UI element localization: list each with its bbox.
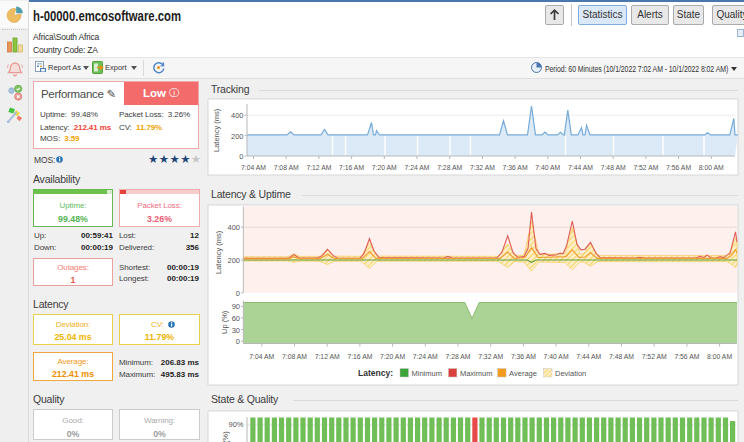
svg-text:7:36 AM: 7:36 AM [511, 352, 536, 361]
svg-text:7:16 AM: 7:16 AM [339, 163, 364, 172]
svg-text:0: 0 [236, 289, 240, 298]
svg-text:7:12 AM: 7:12 AM [306, 163, 331, 172]
svg-text:8:00 AM: 8:00 AM [699, 163, 724, 172]
svg-text:Up (%): Up (%) [220, 310, 229, 334]
svg-text:Maximum: Maximum [460, 369, 493, 378]
svg-text:7:08 AM: 7:08 AM [282, 352, 307, 361]
svg-text:7:40 AM: 7:40 AM [535, 163, 560, 172]
svg-text:7:48 AM: 7:48 AM [601, 163, 626, 172]
svg-text:Latency:: Latency: [358, 368, 393, 378]
svg-text:(%): (%) [221, 431, 230, 442]
svg-text:7:08 AM: 7:08 AM [274, 163, 299, 172]
svg-text:7:52 AM: 7:52 AM [642, 352, 667, 361]
svg-text:30: 30 [232, 326, 240, 335]
svg-text:7:04 AM: 7:04 AM [249, 352, 274, 361]
svg-text:400: 400 [227, 223, 240, 232]
svg-text:0: 0 [236, 337, 240, 346]
svg-text:8:00 AM: 8:00 AM [707, 352, 732, 361]
svg-text:90%: 90% [228, 420, 243, 429]
svg-text:90: 90 [232, 302, 240, 311]
svg-text:7:04 AM: 7:04 AM [241, 163, 266, 172]
svg-text:7:24 AM: 7:24 AM [405, 163, 430, 172]
svg-text:7:32 AM: 7:32 AM [478, 352, 503, 361]
svg-text:7:36 AM: 7:36 AM [503, 163, 528, 172]
svg-text:7:44 AM: 7:44 AM [576, 352, 601, 361]
svg-text:7:20 AM: 7:20 AM [380, 352, 405, 361]
svg-text:7:40 AM: 7:40 AM [544, 352, 569, 361]
svg-text:0: 0 [239, 152, 243, 161]
svg-text:7:24 AM: 7:24 AM [413, 352, 438, 361]
svg-text:7:16 AM: 7:16 AM [347, 352, 372, 361]
svg-text:7:52 AM: 7:52 AM [633, 163, 658, 172]
svg-text:Latency (ms): Latency (ms) [214, 230, 223, 274]
svg-text:60: 60 [232, 314, 240, 323]
svg-text:7:48 AM: 7:48 AM [609, 352, 634, 361]
svg-text:Average: Average [509, 369, 537, 378]
svg-text:200: 200 [231, 132, 244, 141]
svg-text:Minimum: Minimum [412, 369, 442, 378]
svg-text:400: 400 [231, 111, 244, 120]
svg-text:7:20 AM: 7:20 AM [372, 163, 397, 172]
svg-text:7:56 AM: 7:56 AM [674, 352, 699, 361]
svg-text:7:32 AM: 7:32 AM [470, 163, 495, 172]
svg-text:7:44 AM: 7:44 AM [568, 163, 593, 172]
svg-text:Deviation: Deviation [555, 369, 586, 378]
svg-text:7:56 AM: 7:56 AM [666, 163, 691, 172]
svg-text:7:28 AM: 7:28 AM [437, 163, 462, 172]
svg-text:7:28 AM: 7:28 AM [446, 352, 471, 361]
svg-text:200: 200 [227, 256, 240, 265]
svg-text:Latency (ms): Latency (ms) [212, 108, 221, 152]
svg-text:7:12 AM: 7:12 AM [315, 352, 340, 361]
